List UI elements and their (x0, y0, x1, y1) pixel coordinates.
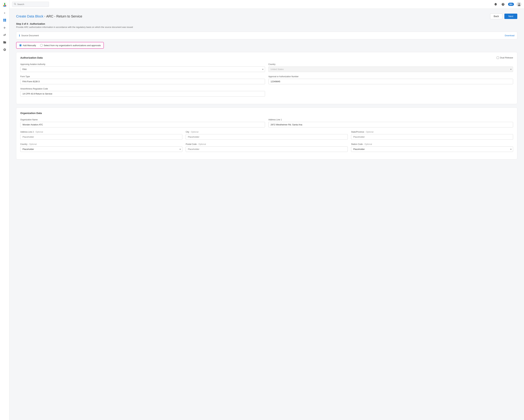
address-line2-input[interactable] (20, 134, 182, 140)
approval-number-label: Approval or Authorization Number (268, 75, 513, 78)
postal-code-input[interactable] (186, 146, 348, 152)
source-document-banner: ℹ Source Document Download (16, 32, 517, 39)
auth-row-2: Form Type FAA Form 8130-3 Approval or Au… (20, 75, 513, 84)
user-initials-badge[interactable]: BA (508, 3, 514, 6)
airworthiness-code-group: Airworthiness Regulation Code 14 CFR 43.… (20, 88, 265, 97)
step-description: Provide ARC authorization information in… (16, 26, 517, 28)
org-card-header: Organization Data (20, 112, 513, 115)
org-row-1: Organization Name Wonder Aviation ATC Ad… (20, 118, 513, 127)
svg-rect-1 (3, 19, 5, 20)
org-name-group: Organization Name Wonder Aviation ATC (20, 118, 265, 127)
sidebar-item-add[interactable]: + (2, 10, 8, 16)
postal-code-group: Postal Code - Optional (186, 143, 348, 152)
svg-line-6 (16, 5, 16, 5)
form-type-input[interactable]: FAA Form 8130-3 (20, 79, 265, 84)
approving-authority-label: Approving Aviation Authority (20, 63, 265, 65)
sidebar-item-transfers[interactable] (2, 32, 8, 38)
main-area: BA Create Data Block › ARC - Return to S… (9, 0, 524, 420)
address-line1-input[interactable]: 2972 Westheimer Rd. Santa Ana (268, 122, 513, 127)
svg-rect-4 (5, 20, 6, 21)
svg-point-5 (14, 3, 16, 5)
station-code-group: Station Code - Optional Placeholder (351, 143, 513, 152)
search-icon (14, 3, 16, 6)
auth-row-1: Approving Aviation Authority FAA Country… (20, 63, 513, 72)
state-province-group: State/Province - Optional (351, 131, 513, 140)
address-line1-group: Address Line 1 2972 Westheimer Rd. Santa… (268, 118, 513, 127)
dual-release-checkbox-label[interactable]: Dual Release (497, 56, 513, 59)
approving-authority-group: Approving Aviation Authority FAA (20, 63, 265, 72)
next-button[interactable]: Next (504, 14, 517, 19)
download-link[interactable]: Download (505, 34, 515, 37)
state-province-label: State/Province - Optional (351, 131, 513, 133)
user-avatar[interactable] (517, 2, 521, 7)
radio-add-manually[interactable]: Add Manually (19, 44, 36, 47)
airworthiness-code-label: Airworthiness Regulation Code (20, 88, 265, 90)
approval-number-group: Approval or Authorization Number 1234984… (268, 75, 513, 84)
search-input[interactable] (17, 3, 47, 6)
country-select-wrapper: United States (268, 66, 513, 72)
station-code-label: Station Code - Optional (351, 143, 513, 145)
back-button[interactable]: Back (490, 13, 502, 19)
radio-select-from-org-input[interactable] (40, 44, 43, 47)
dual-release-checkbox[interactable] (497, 57, 499, 59)
approving-authority-select[interactable]: FAA (20, 66, 265, 72)
breadcrumb-current: ARC - Return to Service (46, 14, 82, 18)
airworthiness-code-input[interactable]: 14 CFR 43.9 Return to Service (20, 91, 265, 97)
gear-icon (3, 48, 6, 52)
source-document-label: Source Document (21, 34, 39, 37)
organization-data-card: Organization Data Organization Name Wond… (16, 107, 517, 160)
org-row-3: Country - Optional Placeholder Postal Co… (20, 143, 513, 152)
org-name-input[interactable]: Wonder Aviation ATC (20, 122, 265, 127)
org-country-select[interactable]: Placeholder (20, 146, 182, 152)
radio-add-manually-input[interactable] (19, 44, 22, 47)
breadcrumb-link[interactable]: Create Data Block (16, 14, 43, 18)
transfers-icon (3, 33, 6, 37)
topbar-icons: BA (493, 2, 521, 7)
page-header: Create Data Block › ARC - Return to Serv… (16, 13, 517, 19)
radio-select-from-org[interactable]: Select from my organization's authorizat… (40, 44, 101, 47)
org-row-2: Address Line 2 - Optional City - Optiona… (20, 131, 513, 140)
step-info: Step 3 of 4 - Authorization Provide ARC … (16, 22, 517, 28)
approving-authority-select-wrapper: FAA (20, 66, 265, 72)
sidebar-item-folders[interactable] (2, 40, 8, 46)
org-card-title: Organization Data (20, 112, 42, 115)
address-line2-group: Address Line 2 - Optional (20, 131, 182, 140)
address-line1-label: Address Line 1 (268, 118, 513, 121)
sidebar-item-settings[interactable] (2, 47, 8, 53)
svg-rect-3 (3, 20, 5, 21)
main-content: Create Data Block › ARC - Return to Serv… (9, 9, 524, 420)
help-icon[interactable] (501, 2, 505, 7)
state-province-input[interactable] (351, 134, 513, 140)
topbar: BA (9, 0, 524, 9)
form-type-label: Form Type (20, 75, 265, 78)
sidebar-item-dashboard[interactable] (2, 18, 8, 24)
notifications-icon[interactable] (493, 2, 498, 7)
sidebar-item-flights[interactable]: ✈ (2, 25, 8, 31)
app-layout: + ✈ (0, 0, 524, 420)
flights-icon: ✈ (3, 26, 6, 30)
breadcrumb-separator: › (44, 15, 45, 18)
org-name-label: Organization Name (20, 118, 265, 121)
sidebar: + ✈ (0, 0, 9, 420)
org-country-select-wrapper: Placeholder (20, 146, 182, 152)
source-document-left: ℹ Source Document (19, 34, 39, 37)
search-box[interactable] (12, 2, 49, 7)
postal-code-label: Postal Code - Optional (186, 143, 348, 145)
station-code-select[interactable]: Placeholder (351, 146, 513, 152)
dashboard-icon (3, 18, 6, 23)
country-select[interactable]: United States (268, 66, 513, 72)
step-title: Step 3 of 4 - Authorization (16, 22, 517, 25)
country-label: Country (268, 63, 513, 65)
auth-row-3: Airworthiness Regulation Code 14 CFR 43.… (20, 88, 513, 97)
svg-rect-2 (5, 19, 6, 20)
authorization-data-card: Authorization Data Dual Release Approvin… (16, 52, 517, 104)
breadcrumb: Create Data Block › ARC - Return to Serv… (16, 14, 82, 18)
org-country-group: Country - Optional Placeholder (20, 143, 182, 152)
city-label: City - Optional (186, 131, 348, 133)
app-logo (2, 2, 7, 7)
approval-number-input[interactable]: 12349845 (268, 79, 513, 84)
add-icon: + (4, 11, 6, 15)
city-input[interactable] (186, 134, 348, 140)
radio-add-manually-label: Add Manually (23, 44, 36, 47)
radio-select-from-org-label: Select from my organization's authorizat… (44, 44, 101, 47)
